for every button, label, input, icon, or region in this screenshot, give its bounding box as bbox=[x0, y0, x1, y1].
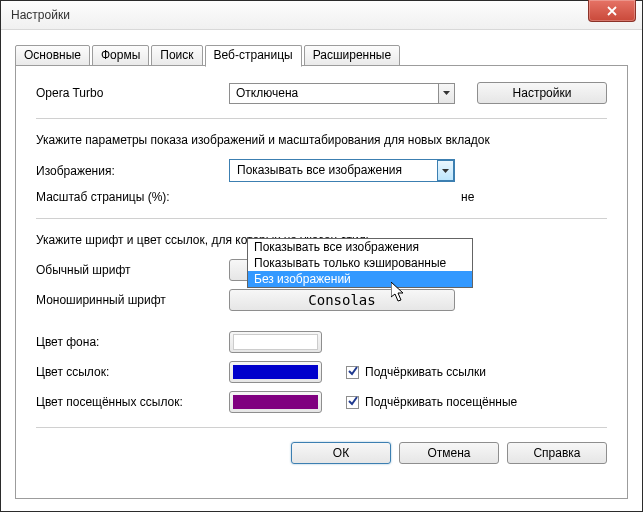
underline-visited-checkbox[interactable]: Подчёркивать посещённые bbox=[346, 395, 517, 409]
zoom-row: Масштаб страницы (%): не bbox=[36, 190, 607, 204]
tab-forms[interactable]: Формы bbox=[92, 45, 149, 66]
mono-font-button[interactable]: Consolas bbox=[229, 289, 455, 311]
underline-links-checkbox[interactable]: Подчёркивать ссылки bbox=[346, 365, 486, 379]
bg-color-swatch bbox=[233, 334, 318, 350]
visited-color-row: Цвет посещённых ссылок: Подчёркивать пос… bbox=[36, 391, 607, 413]
underline-visited-label: Подчёркивать посещённые bbox=[365, 395, 517, 409]
normal-font-label: Обычный шрифт bbox=[36, 263, 229, 277]
ok-button[interactable]: ОК bbox=[291, 442, 391, 464]
listbox-item[interactable]: Показывать все изображения bbox=[248, 239, 472, 255]
bg-color-row: Цвет фона: bbox=[36, 331, 607, 353]
underline-visited-input[interactable] bbox=[346, 396, 359, 409]
window-title: Настройки bbox=[11, 8, 70, 22]
bg-color-button[interactable] bbox=[229, 331, 322, 353]
tabstrip: Основные Формы Поиск Веб-страницы Расшир… bbox=[15, 44, 628, 66]
turbo-row: Opera Turbo Отключена Настройки bbox=[36, 82, 607, 104]
images-combo[interactable]: Показывать все изображения bbox=[229, 159, 455, 182]
settings-window: Настройки Основные Формы Поиск Веб-стран… bbox=[0, 0, 643, 512]
help-button[interactable]: Справка bbox=[507, 442, 607, 464]
tab-search[interactable]: Поиск bbox=[151, 45, 202, 66]
tab-general[interactable]: Основные bbox=[15, 45, 90, 66]
link-color-swatch bbox=[233, 365, 318, 379]
link-color-label: Цвет ссылок: bbox=[36, 365, 229, 379]
close-button[interactable] bbox=[588, 0, 636, 22]
underline-links-label: Подчёркивать ссылки bbox=[365, 365, 486, 379]
listbox-item[interactable]: Без изображений bbox=[248, 271, 472, 287]
images-combo-text: Показывать все изображения bbox=[230, 160, 437, 181]
chevron-down-icon[interactable] bbox=[438, 83, 455, 104]
visited-color-swatch bbox=[233, 395, 318, 409]
client-area: Основные Формы Поиск Веб-страницы Расшир… bbox=[1, 30, 642, 511]
images-label: Изображения: bbox=[36, 164, 229, 178]
images-row: Изображения: Показывать все изображения bbox=[36, 159, 607, 182]
turbo-combo-text: Отключена bbox=[229, 83, 438, 104]
bg-color-label: Цвет фона: bbox=[36, 335, 229, 349]
mono-font-label: Моноширинный шрифт bbox=[36, 293, 229, 307]
titlebar: Настройки bbox=[1, 1, 642, 30]
cancel-button[interactable]: Отмена bbox=[399, 442, 499, 464]
link-color-row: Цвет ссылок: Подчёркивать ссылки bbox=[36, 361, 607, 383]
dialog-button-bar: ОК Отмена Справка bbox=[36, 432, 607, 464]
mono-font-row: Моноширинный шрифт Consolas bbox=[36, 289, 607, 311]
divider bbox=[36, 427, 607, 428]
listbox-item[interactable]: Показывать только кэшированные bbox=[248, 255, 472, 271]
underline-links-input[interactable] bbox=[346, 366, 359, 379]
visited-color-button[interactable] bbox=[229, 391, 322, 413]
tab-webpages[interactable]: Веб-страницы bbox=[205, 45, 302, 67]
visited-color-label: Цвет посещённых ссылок: bbox=[36, 395, 229, 409]
zoom-trailing-text: не bbox=[461, 190, 474, 204]
divider bbox=[36, 118, 607, 119]
turbo-label: Opera Turbo bbox=[36, 86, 229, 100]
chevron-down-icon[interactable] bbox=[437, 160, 454, 181]
images-section-intro: Укажите параметры показа изображений и м… bbox=[36, 133, 607, 147]
zoom-label: Масштаб страницы (%): bbox=[36, 190, 229, 204]
turbo-combo[interactable]: Отключена bbox=[229, 83, 455, 104]
link-color-button[interactable] bbox=[229, 361, 322, 383]
close-icon bbox=[606, 6, 618, 16]
tab-advanced[interactable]: Расширенные bbox=[304, 45, 401, 66]
tab-panel: Opera Turbo Отключена Настройки Укажите … bbox=[15, 66, 628, 499]
turbo-settings-button[interactable]: Настройки bbox=[477, 82, 607, 104]
images-combo-listbox[interactable]: Показывать все изображения Показывать то… bbox=[247, 238, 473, 288]
divider bbox=[36, 218, 607, 219]
